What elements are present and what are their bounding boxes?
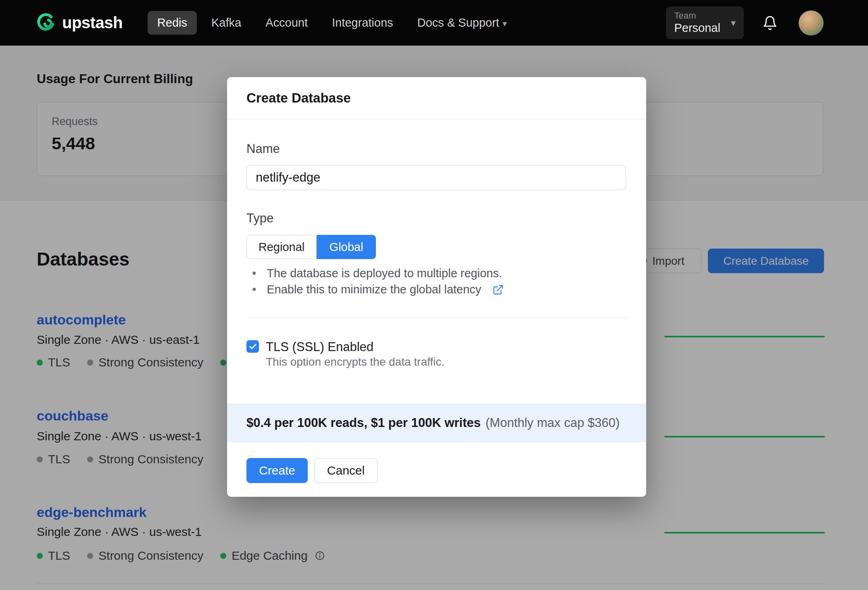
create-database-modal: Create Database Name Type Regional Globa… [227,77,646,497]
nav-item-account[interactable]: Account [256,11,317,35]
nav-item-docs-support-label: Docs & Support [417,16,499,29]
modal-divider [246,317,627,318]
pricing-band: $0.4 per 100K reads, $1 per 100K writes … [227,404,646,442]
type-option-regional[interactable]: Regional [246,235,317,259]
type-bullet-2: • Enable this to minimize the global lat… [252,283,504,296]
type-bullet-1: • The database is deployed to multiple r… [252,267,502,280]
pricing-note: (Monthly max cap $360) [486,416,620,430]
modal-header: Create Database [227,77,646,119]
upstash-logo-icon [36,13,56,33]
bullet-dot: • [252,267,256,280]
bullet-text: Enable this to minimize the global laten… [267,283,481,296]
modal-title: Create Database [246,90,351,106]
tls-help-text: This option encrypts the data traffic. [266,356,444,368]
nav-item-redis[interactable]: Redis [148,11,197,35]
nav-item-docs-support[interactable]: Docs & Support▾ [408,11,517,35]
top-nav: upstash Redis Kafka Account Integrations… [0,0,868,46]
tls-checkbox[interactable] [246,340,259,353]
brand[interactable]: upstash [36,13,123,33]
name-label: Name [246,142,280,156]
user-avatar[interactable] [799,10,824,36]
nav-item-kafka[interactable]: Kafka [202,11,251,35]
external-link-icon[interactable] [492,284,504,295]
app-screen: upstash Redis Kafka Account Integrations… [0,0,868,590]
nav-item-integrations[interactable]: Integrations [322,11,403,35]
type-option-global[interactable]: Global [317,235,376,259]
type-segmented-control: Regional Global [246,235,376,259]
chevron-down-icon: ▾ [503,19,507,29]
bullet-text: The database is deployed to multiple reg… [267,267,502,280]
team-selector-label: Team [674,10,720,21]
tls-label[interactable]: TLS (SSL) Enabled [266,340,373,354]
pricing-main: $0.4 per 100K reads, $1 per 100K writes [246,416,481,430]
chevron-down-icon: ▾ [731,17,736,29]
create-button[interactable]: Create [246,458,308,483]
type-label: Type [246,211,273,226]
cancel-button[interactable]: Cancel [314,458,378,483]
nav-links: Redis Kafka Account Integrations Docs & … [148,11,517,35]
brand-name: upstash [62,14,123,32]
notifications-bell-icon[interactable] [762,15,778,31]
bullet-dot: • [252,283,256,296]
database-name-input[interactable] [246,165,626,190]
team-selector-value: Personal [674,21,720,35]
team-selector[interactable]: Team Personal ▾ [666,6,744,39]
